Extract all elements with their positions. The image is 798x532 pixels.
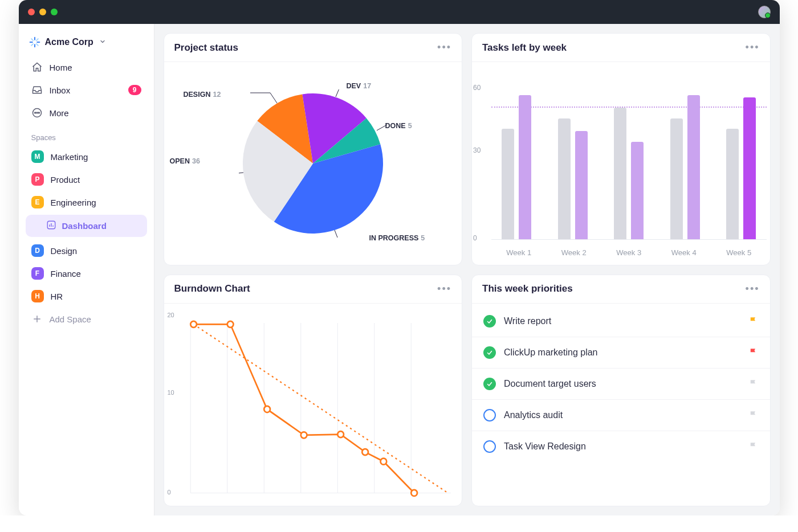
pie-svg: [239, 89, 387, 238]
svg-line-18: [270, 93, 277, 103]
space-item[interactable]: DDesign: [26, 239, 147, 262]
y-tick: 30: [473, 146, 481, 154]
flag-icon[interactable]: [748, 410, 759, 420]
maximize-window-button[interactable]: [51, 9, 58, 15]
y-tick: 20: [168, 312, 174, 318]
svg-point-42: [362, 449, 368, 455]
more-icon: [31, 107, 43, 118]
pie-label-design: DESIGN12: [184, 91, 221, 99]
x-tick: Week 5: [711, 248, 767, 257]
space-badge-icon: H: [31, 290, 44, 302]
dashboard-icon: [46, 220, 56, 232]
flag-icon[interactable]: [748, 441, 759, 452]
space-badge-icon: F: [31, 267, 44, 280]
close-window-button[interactable]: [28, 9, 35, 15]
card-more-button[interactable]: •••: [437, 42, 451, 54]
x-tick: Week 3: [601, 248, 657, 257]
nav-inbox[interactable]: Inbox 9: [26, 79, 147, 101]
burndown-chart: 20 10 0: [164, 304, 462, 506]
bars-group: [716, 97, 767, 239]
dashboard-label: Dashboard: [62, 221, 107, 231]
card-more-button[interactable]: •••: [746, 42, 760, 54]
nav-label: Inbox: [50, 85, 71, 95]
priority-row[interactable]: ClickUp marketing plan: [472, 337, 770, 369]
priority-row[interactable]: Analytics audit: [472, 400, 770, 431]
bars-group: [660, 95, 711, 239]
status-circle-icon[interactable]: [483, 440, 496, 453]
svg-point-10: [36, 112, 38, 113]
svg-line-26: [239, 173, 243, 174]
card-header: This week priorities •••: [472, 275, 770, 304]
minimize-window-button[interactable]: [39, 9, 46, 15]
svg-line-6: [31, 44, 33, 46]
bar: [631, 142, 644, 239]
svg-point-38: [227, 321, 233, 327]
pie-label-inprogress: IN PROGRESS5: [369, 234, 425, 242]
space-item[interactable]: EEngineering: [26, 191, 147, 214]
add-space-button[interactable]: Add Space: [26, 308, 147, 330]
workspace-logo-icon: [29, 36, 40, 48]
space-name: Product: [51, 175, 80, 185]
space-item[interactable]: PProduct: [26, 168, 147, 191]
y-tick: 0: [168, 489, 171, 496]
spaces-list: MMarketingPProductEEngineeringDashboardD…: [26, 145, 147, 308]
sidebar-item-dashboard[interactable]: Dashboard: [26, 215, 147, 237]
space-name: Engineering: [51, 198, 96, 207]
space-name: HR: [51, 292, 63, 301]
svg-line-5: [36, 44, 38, 46]
inbox-badge: 9: [128, 85, 141, 95]
check-circle-icon[interactable]: [483, 315, 496, 328]
svg-point-11: [38, 112, 39, 113]
x-tick: Week 4: [657, 248, 712, 257]
bars-xlabels: Week 1Week 2Week 3Week 4Week 5: [491, 248, 767, 257]
svg-line-7: [36, 39, 38, 40]
priority-row[interactable]: Write report: [472, 306, 770, 337]
bar: [743, 97, 756, 239]
card-more-button[interactable]: •••: [437, 283, 451, 295]
flag-icon[interactable]: [748, 347, 759, 358]
svg-point-43: [380, 458, 386, 464]
flag-icon[interactable]: [748, 316, 759, 326]
y-tick: 10: [168, 389, 174, 396]
space-item[interactable]: HHR: [26, 285, 147, 308]
inbox-icon: [31, 84, 43, 96]
card-title: Project status: [174, 42, 238, 54]
status-circle-icon[interactable]: [483, 409, 496, 421]
card-header: Project status •••: [164, 34, 462, 62]
svg-line-4: [31, 39, 33, 40]
avatar[interactable]: [758, 6, 771, 18]
nav-label: Home: [50, 63, 72, 72]
nav-more[interactable]: More: [26, 101, 147, 124]
check-circle-icon[interactable]: [483, 346, 496, 359]
pie-label-open: OPEN36: [170, 157, 200, 165]
svg-point-39: [264, 406, 270, 412]
check-circle-icon[interactable]: [483, 378, 496, 390]
app-window: Acme Corp Home Inbox 9: [19, 0, 780, 515]
card-project-status: Project status •••: [164, 33, 463, 265]
x-tick: Week 1: [491, 248, 547, 257]
svg-point-37: [190, 321, 197, 327]
flag-icon[interactable]: [748, 379, 759, 389]
svg-point-44: [411, 489, 417, 496]
bar: [575, 131, 588, 239]
workspace-name: Acme Corp: [45, 37, 93, 47]
priority-row[interactable]: Task View Redesign: [472, 431, 770, 462]
chevron-down-icon: [99, 37, 106, 47]
space-item[interactable]: FFinance: [26, 262, 147, 285]
card-more-button[interactable]: •••: [746, 283, 760, 295]
sidebar: Acme Corp Home Inbox 9: [19, 24, 154, 515]
pie-label-done: DONE5: [385, 122, 412, 130]
priority-title: Analytics audit: [504, 410, 563, 420]
priority-title: Document target users: [504, 379, 596, 389]
bars-group: [548, 118, 598, 239]
space-badge-icon: D: [31, 244, 44, 257]
workspace-switcher[interactable]: Acme Corp: [26, 32, 147, 56]
space-item[interactable]: MMarketing: [26, 145, 147, 168]
bar: [614, 108, 626, 239]
bar: [558, 118, 571, 239]
dashboard-grid: Project status •••: [154, 24, 780, 515]
nav-home[interactable]: Home: [26, 56, 147, 79]
y-tick: 60: [473, 84, 481, 92]
priority-row[interactable]: Document target users: [472, 369, 770, 400]
svg-point-41: [337, 431, 344, 437]
